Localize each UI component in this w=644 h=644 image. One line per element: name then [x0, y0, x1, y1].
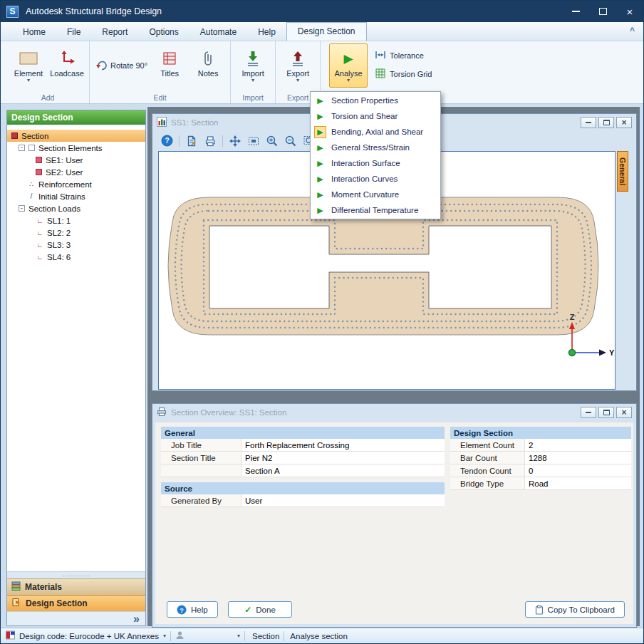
- group-label-add: Add: [6, 93, 89, 102]
- design-code-icon: [6, 630, 15, 641]
- menu-item-torsion-and-shear[interactable]: ▶ Torsion and Shear: [311, 108, 440, 124]
- element-button[interactable]: Element ▾: [9, 44, 48, 83]
- maximize-button[interactable]: [598, 117, 614, 128]
- overview-window-titlebar[interactable]: Section Overview: SS1: Section ×: [152, 404, 636, 420]
- general-section-header: General: [161, 427, 445, 439]
- section-window-title: SS1: Section: [171, 118, 218, 127]
- tree-item-sl1[interactable]: ∟ SL1: 1: [7, 214, 145, 227]
- minimize-button[interactable]: [562, 1, 589, 22]
- collapse-icon: »: [133, 613, 140, 625]
- design-section-bar[interactable]: Design Section: [7, 595, 145, 611]
- maximize-button[interactable]: [589, 1, 616, 22]
- menu-item-bending-axial-and-shear[interactable]: ▶ Bending, Axial and Shear: [311, 124, 440, 140]
- menu-item-interaction-curves[interactable]: ▶ Interaction Curves: [311, 171, 440, 187]
- window-controls: ×: [562, 1, 643, 22]
- close-button[interactable]: ×: [616, 407, 632, 418]
- table-row: Bridge Type Road: [450, 477, 631, 490]
- help-button[interactable]: ?: [158, 133, 175, 148]
- strain-icon: /: [27, 192, 36, 200]
- tree-item-section[interactable]: Section: [7, 130, 145, 142]
- tree-label: SL3: 3: [47, 241, 71, 249]
- chevron-down-icon[interactable]: ▾: [163, 633, 166, 639]
- tab-options[interactable]: Options: [138, 24, 189, 41]
- rotate-label: Rotate 90°: [110, 61, 147, 70]
- panel-collapse-row[interactable]: »: [7, 611, 145, 625]
- element-icon: [18, 48, 39, 69]
- general-side-tab[interactable]: General: [617, 151, 628, 192]
- tree-item-section-elements[interactable]: - Section Elements: [7, 142, 145, 154]
- tree-label: Section Elements: [38, 144, 103, 152]
- minimize-button[interactable]: [581, 117, 596, 128]
- design-code-label[interactable]: Design code: Eurocode + UK Annexes: [19, 632, 159, 640]
- menu-item-general-stress-strain[interactable]: ▶ General Stress/Strain: [311, 140, 440, 155]
- menu-item-label: Torsion and Shear: [331, 112, 398, 120]
- loadcase-label: Loadcase: [50, 69, 84, 78]
- import-icon: [245, 48, 261, 69]
- torsion-grid-button[interactable]: Torsion Grid: [375, 68, 432, 80]
- tab-automate[interactable]: Automate: [189, 24, 247, 41]
- source-section-header: Source: [161, 482, 445, 494]
- help-label: Help: [191, 606, 208, 614]
- group-label-import: Import: [231, 93, 275, 102]
- ribbon-group-edit: Rotate 90° Titles Notes: [90, 41, 231, 103]
- menu-item-moment-curvature[interactable]: ▶ Moment Curvature: [311, 187, 440, 202]
- menu-item-section-properties[interactable]: ▶ Section Properties: [311, 93, 440, 108]
- overview-window-title: Section Overview: SS1: Section: [171, 408, 286, 417]
- ribbon-collapse-icon[interactable]: ^: [630, 26, 635, 36]
- collapse-expander-icon[interactable]: -: [19, 205, 25, 212]
- menu-item-label: Moment Curvature: [331, 190, 399, 199]
- tolerance-button[interactable]: Tolerance: [375, 50, 432, 61]
- ribbon-group-import: Import ▾ Import: [231, 41, 276, 103]
- torsion-grid-label: Torsion Grid: [390, 70, 432, 78]
- titles-button[interactable]: Titles: [150, 44, 189, 78]
- view-toolbar: ?: [158, 133, 318, 149]
- done-button[interactable]: ✓ Done: [228, 601, 292, 618]
- tree-item-section-loads[interactable]: - Section Loads: [7, 202, 145, 214]
- tab-file[interactable]: File: [56, 24, 91, 41]
- tree-item-initial-strains[interactable]: / Initial Strains: [7, 190, 145, 202]
- copy-to-clipboard-button[interactable]: Copy To Clipboard: [525, 601, 625, 618]
- tab-report[interactable]: Report: [91, 24, 138, 41]
- loadcase-button[interactable]: Loadcase: [48, 44, 86, 78]
- row-label: Bar Count: [450, 452, 524, 464]
- ribbon-tab-row: Home File Report Options Automate Help D…: [1, 22, 643, 41]
- tree-label: Section Loads: [28, 204, 80, 213]
- tolerance-icon: [375, 50, 386, 61]
- panel-splitter[interactable]: ··········: [7, 571, 145, 578]
- zoom-window-button[interactable]: [245, 133, 262, 148]
- help-icon: ?: [165, 137, 169, 145]
- export-button[interactable]: Export ▾: [279, 44, 317, 83]
- chevron-down-icon[interactable]: ▾: [237, 633, 240, 639]
- minimize-button[interactable]: [581, 407, 596, 418]
- tree-item-reinforcement[interactable]: ∴ Reinforcement: [7, 178, 145, 190]
- zoom-in-button[interactable]: [264, 133, 281, 148]
- menu-item-differential-temperature[interactable]: ▶ Differential Temperature: [311, 202, 440, 218]
- tree-item-sl2[interactable]: ∟ SL2: 2: [7, 227, 145, 239]
- tree-item-sl4[interactable]: ∟ SL4: 6: [7, 251, 145, 263]
- tab-design-section[interactable]: Design Section: [286, 22, 367, 41]
- tab-home[interactable]: Home: [12, 24, 56, 41]
- close-button[interactable]: ×: [616, 1, 643, 22]
- analyse-button[interactable]: ▶ Analyse ▾: [329, 43, 368, 88]
- pan-button[interactable]: [227, 133, 244, 148]
- materials-bar[interactable]: Materials: [7, 578, 145, 595]
- tree-item-se2[interactable]: SE2: User: [7, 166, 145, 178]
- rotate-90-button[interactable]: Rotate 90°: [93, 44, 150, 87]
- close-button[interactable]: ×: [616, 117, 632, 128]
- print-button[interactable]: [202, 133, 219, 148]
- done-label: Done: [256, 606, 276, 614]
- help-button[interactable]: ? Help: [167, 601, 218, 618]
- maximize-button[interactable]: [598, 407, 614, 418]
- section-window-icon: [157, 117, 167, 128]
- table-row: Bar Count 1288: [450, 452, 631, 464]
- import-button[interactable]: Import ▾: [234, 44, 272, 83]
- collapse-expander-icon[interactable]: -: [19, 145, 25, 151]
- design-section-panel: Design Section Section - Section Element…: [6, 110, 146, 626]
- tree-item-sl3[interactable]: ∟ SL3: 3: [7, 239, 145, 251]
- menu-item-interaction-surface[interactable]: ▶ Interaction Surface: [311, 155, 440, 171]
- tab-help[interactable]: Help: [247, 24, 286, 41]
- tree-item-se1[interactable]: SE1: User: [7, 154, 145, 166]
- notes-button[interactable]: Notes: [189, 44, 227, 78]
- page-setup-button[interactable]: [183, 133, 200, 148]
- zoom-out-button[interactable]: [282, 133, 299, 148]
